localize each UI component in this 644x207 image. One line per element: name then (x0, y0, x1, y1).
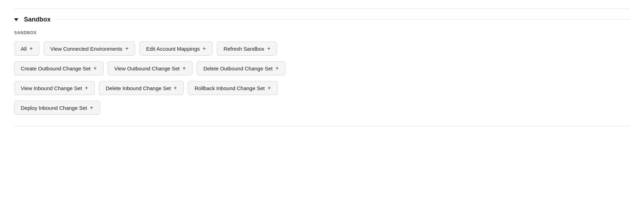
btn-deploy-inbound-change-set[interactable]: Deploy Inbound Change Set + (14, 101, 100, 115)
button-row-1: All + View Connected Environments + Edit… (14, 42, 630, 56)
btn-all[interactable]: All + (14, 42, 39, 56)
btn-delete-inbound-change-set[interactable]: Delete Inbound Change Set + (99, 81, 184, 95)
button-row-4: Deploy Inbound Change Set + (14, 101, 630, 115)
btn-edit-account-mappings[interactable]: Edit Account Mappings + (139, 42, 213, 56)
btn-create-outbound-change-set[interactable]: Create Outbound Change Set + (14, 61, 103, 75)
sandbox-section: Sandbox SANDBOX All + View Connected Env… (0, 0, 644, 126)
button-row-2: Create Outbound Change Set + View Outbou… (14, 61, 630, 75)
section-header: Sandbox (14, 8, 630, 23)
btn-view-inbound-change-set[interactable]: View Inbound Change Set + (14, 81, 95, 95)
btn-rollback-inbound-change-set[interactable]: Rollback Inbound Change Set + (188, 81, 278, 95)
header-divider (55, 19, 630, 20)
chevron-down-icon[interactable] (14, 18, 18, 21)
btn-view-outbound-change-set[interactable]: View Outbound Change Set + (108, 61, 192, 75)
button-row-3: View Inbound Change Set + Delete Inbound… (14, 81, 630, 95)
btn-delete-outbound-change-set[interactable]: Delete Outbound Change Set + (197, 61, 285, 75)
section-label: SANDBOX (14, 30, 630, 35)
footer-divider (14, 126, 630, 126)
btn-view-connected-environments[interactable]: View Connected Environments + (44, 42, 135, 56)
btn-refresh-sandbox[interactable]: Refresh Sandbox + (217, 42, 277, 56)
section-title: Sandbox (24, 16, 51, 23)
